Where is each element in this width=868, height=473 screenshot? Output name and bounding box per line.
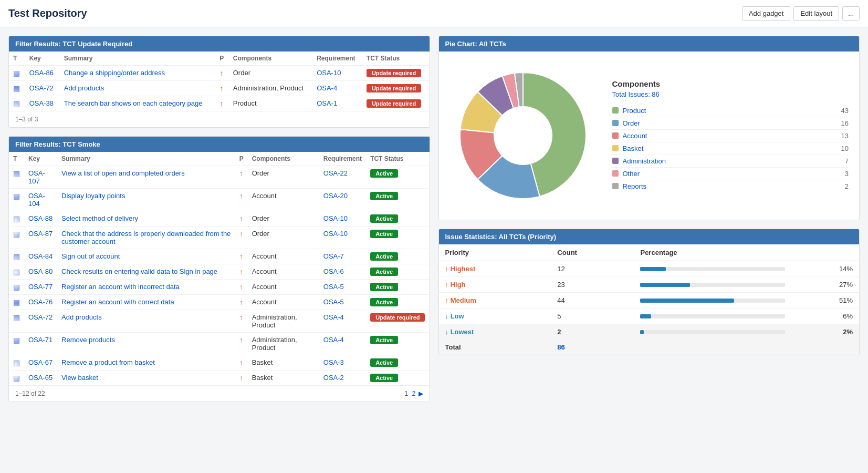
requirement-link[interactable]: OSA-5 [323,298,344,306]
summary-cell: Sign out of account [57,249,235,264]
requirement-link[interactable]: OSA-20 [323,192,348,200]
issue-key-link[interactable]: OSA-38 [29,99,54,107]
status-cell: Active [366,189,429,211]
stats-row: ↓ Low 5 6% [439,309,860,324]
header-buttons: Add gadget Edit layout ... [742,6,860,20]
table-row: ▦ OSA-86 Change a shipping/order address… [9,66,430,81]
issue-icon: ▦ [13,268,20,276]
requirement-link[interactable]: OSA-4 [323,336,344,344]
components-cell: Order [229,66,312,81]
status-badge: Update required [367,99,421,108]
summary-link[interactable]: Add products [61,313,102,321]
table-row: ▦ OSA-84 Sign out of account ↑ Account O… [9,249,430,264]
issue-key-link[interactable]: OSA-80 [28,268,53,275]
summary-link[interactable]: Remove products [61,336,115,344]
stats-priority: ↓ Lowest [439,324,551,340]
requirement-link[interactable]: OSA-22 [323,169,348,177]
summary-link[interactable]: Select method of delivery [61,214,138,222]
table-row: ▦ OSA-77 Register an account with incorr… [9,280,430,295]
issue-key-link[interactable]: OSA-104 [28,192,45,208]
summary-link[interactable]: Check that the address is properly downl… [61,230,231,245]
legend-label[interactable]: Product [623,107,646,115]
requirement-link[interactable]: OSA-3 [323,358,344,366]
requirement-link[interactable]: OSA-4 [323,313,344,321]
summary-link[interactable]: Register an account with incorrect data [61,283,180,291]
priority-up-icon: ↑ [239,230,243,238]
type-cell: ▦ [9,310,24,333]
page-1-link[interactable]: 1 [404,390,408,397]
issue-key-link[interactable]: OSA-86 [29,69,54,77]
stats-count: 12 [551,261,634,277]
requirement-cell: OSA-4 [319,333,366,355]
summary-link[interactable]: Display loyalty points [61,192,125,200]
key-cell: OSA-71 [24,333,57,355]
summary-link[interactable]: View a list of open and completed orders [61,169,185,177]
legend-label[interactable]: Other [623,170,640,178]
priority-cell: ↑ [215,81,228,96]
total-pct [791,340,859,355]
summary-link[interactable]: Change a shipping/order address [64,69,165,77]
requirement-link[interactable]: OSA-10 [323,214,348,222]
progress-bar-fill [640,299,734,303]
summary-link[interactable]: Register an account with correct data [61,298,174,306]
issue-key-link[interactable]: OSA-72 [28,313,53,321]
more-options-button[interactable]: ... [842,6,860,20]
issue-icon: ▦ [13,313,20,322]
requirement-link[interactable]: OSA-7 [323,252,344,260]
stats-total-row: Total 86 [439,340,860,355]
next-page-icon[interactable]: ▶ [419,390,423,397]
legend-label[interactable]: Account [623,132,647,140]
issue-key-link[interactable]: OSA-87 [28,230,53,238]
legend-left: Account [612,132,647,140]
legend-label[interactable]: Administration [623,157,666,165]
summary-link[interactable]: Add products [64,84,104,92]
legend-label[interactable]: Order [623,119,640,127]
issue-key-link[interactable]: OSA-71 [28,336,53,344]
legend-label[interactable]: Basket [623,145,644,152]
edit-layout-button[interactable]: Edit layout [793,6,839,20]
issue-key-link[interactable]: OSA-67 [28,358,53,366]
priority-cell: ↑ [235,249,248,264]
legend-color-dot [612,107,619,114]
issue-key-link[interactable]: OSA-72 [29,84,54,92]
key-cell: OSA-72 [25,81,60,96]
table-row: ▦ OSA-80 Check results on entering valid… [9,264,430,280]
requirement-link[interactable]: OSA-10 [323,230,348,238]
legend-total[interactable]: Total Issues: 86 [612,90,849,98]
legend-label[interactable]: Reports [623,182,647,190]
requirement-link[interactable]: OSA-2 [323,374,344,382]
issue-key-link[interactable]: OSA-65 [28,374,53,382]
col-key: Key [24,152,57,166]
summary-link[interactable]: Check results on entering valid data to … [61,268,217,275]
summary-link[interactable]: Remove a product from basket [61,358,155,366]
issue-key-link[interactable]: OSA-77 [28,283,53,291]
priority-up-icon: ↑ [239,283,243,291]
summary-link[interactable]: View basket [61,374,98,382]
add-gadget-button[interactable]: Add gadget [742,6,791,20]
issue-key-link[interactable]: OSA-107 [28,169,45,185]
summary-link[interactable]: Sign out of account [61,252,120,260]
summary-link[interactable]: The search bar shows on each category pa… [64,99,203,107]
issue-key-link[interactable]: OSA-84 [28,252,53,260]
key-cell: OSA-107 [24,166,57,189]
issue-stats-header: Issue Statistics: All TCTs (Priority) [439,229,860,244]
page-2-link[interactable]: 2 [412,390,415,397]
requirement-link[interactable]: OSA-5 [323,283,344,291]
requirement-link[interactable]: OSA-4 [317,84,337,92]
requirement-link[interactable]: OSA-1 [317,99,337,107]
table-row: ▦ OSA-72 Add products ↑ Administration, … [9,81,430,96]
issue-key-link[interactable]: OSA-88 [28,214,53,222]
issue-key-link[interactable]: OSA-76 [28,298,53,306]
status-badge: Update required [367,84,421,92]
status-cell: Active [366,280,429,295]
requirement-link[interactable]: OSA-6 [323,268,344,275]
requirement-link[interactable]: OSA-10 [317,69,341,77]
requirement-cell: OSA-7 [319,249,366,264]
issue-stats-gadget: Issue Statistics: All TCTs (Priority) Pr… [438,229,860,355]
stats-percent: 6% [791,309,859,324]
page-header: Test Repository Add gadget Edit layout .… [0,0,868,27]
stats-bar-cell [634,324,791,340]
stats-bar-cell [634,293,791,309]
summary-cell: View basket [57,371,235,386]
stats-percent: 2% [791,324,859,340]
